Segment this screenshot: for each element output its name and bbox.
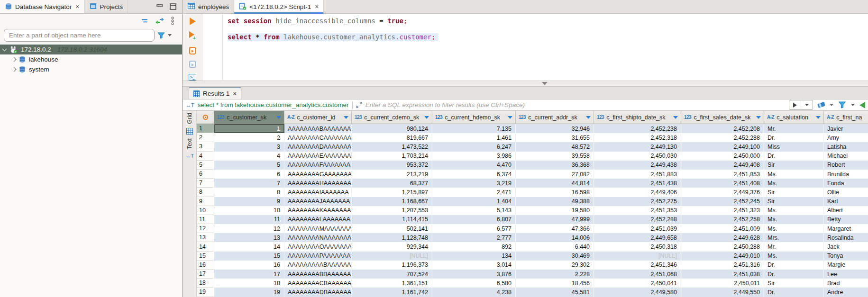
filter-dropdown-icon[interactable]: [168, 34, 172, 36]
grid-cell[interactable]: 49,388: [516, 197, 594, 206]
grid-cell[interactable]: Ms.: [764, 206, 824, 215]
row-number[interactable]: 18: [197, 279, 214, 288]
grid-cell[interactable]: 2,451,038: [681, 270, 764, 279]
grid-cell[interactable]: 2,452,318: [594, 133, 681, 142]
grid-cell[interactable]: 4,238: [432, 288, 516, 297]
grid-cell[interactable]: Karl: [824, 197, 868, 206]
column-header-c_current_addr_sk[interactable]: 123c_current_addr_sk: [516, 111, 594, 124]
grid-cell[interactable]: 2,451,438: [594, 179, 681, 188]
grid-cell[interactable]: AAAAAAAAEAAAAAAA: [284, 152, 352, 161]
grid-cell[interactable]: 1,703,214: [352, 152, 432, 161]
grid-cell[interactable]: 2,451,853: [681, 170, 764, 179]
grid-cell[interactable]: 1,168,667: [352, 197, 432, 206]
row-number[interactable]: 7: [197, 179, 214, 188]
grid-cell[interactable]: Michael: [824, 152, 868, 161]
apply-filter-button[interactable]: [789, 100, 801, 109]
column-header-c_current_hdemo_sk[interactable]: 123c_current_hdemo_sk: [432, 111, 516, 124]
grid-cell[interactable]: Ms.: [764, 170, 824, 179]
grid-cell[interactable]: 31,655: [516, 133, 594, 142]
grid-cell[interactable]: 819,667: [352, 133, 432, 142]
grid-cell[interactable]: 1,215,897: [352, 188, 432, 197]
grid-cell[interactable]: 17: [214, 270, 284, 279]
grid-cell[interactable]: AAAAAAAAKAAAAAAA: [284, 206, 352, 215]
grid-cell[interactable]: AAAAAAAALAAAAAAA: [284, 215, 352, 224]
sql-console-icon[interactable]: >_: [189, 74, 196, 81]
grid-cell[interactable]: 2,450,030: [594, 152, 681, 161]
column-menu-icon[interactable]: [673, 116, 678, 119]
collapse-all-icon[interactable]: [141, 18, 149, 23]
close-icon[interactable]: ×: [233, 90, 237, 97]
grid-cell[interactable]: 2,451,883: [594, 170, 681, 179]
column-menu-icon[interactable]: [508, 116, 512, 119]
grid-cell[interactable]: 2,450,318: [594, 242, 681, 251]
grid-cell[interactable]: 2,452,245: [681, 197, 764, 206]
grid-cell[interactable]: 14: [214, 242, 284, 251]
row-number[interactable]: 1: [197, 124, 214, 133]
grid-cell[interactable]: 2,449,010: [681, 252, 764, 261]
tab-text[interactable]: Text: [186, 138, 193, 149]
grid-cell[interactable]: 47,366: [516, 224, 594, 233]
grid-cell[interactable]: 7: [214, 179, 284, 188]
grid-corner-cell[interactable]: [197, 111, 214, 124]
grid-cell[interactable]: 15: [214, 252, 284, 261]
grid-presentation-icon[interactable]: [186, 128, 193, 135]
grid-cell[interactable]: Brunilda: [824, 170, 868, 179]
sql-line[interactable]: select * from lakehouse.customer_analyti…: [228, 33, 868, 41]
grid-cell[interactable]: 2,449,580: [594, 288, 681, 297]
grid-cell[interactable]: Margie: [824, 261, 868, 270]
grid-cell[interactable]: 213,219: [352, 170, 432, 179]
grid-cell[interactable]: 2,452,288: [681, 133, 764, 142]
grid-cell[interactable]: AAAAAAAADAAAAAAA: [284, 142, 352, 151]
grid-cell[interactable]: 19: [214, 288, 284, 297]
grid-cell[interactable]: 2,452,275: [594, 197, 681, 206]
grid-cell[interactable]: 2,451,316: [681, 261, 764, 270]
grid-cell[interactable]: 2: [214, 133, 284, 142]
grid-cell[interactable]: 45,581: [516, 288, 594, 297]
grid-cell[interactable]: Dr.: [764, 152, 824, 161]
grid-cell[interactable]: AAAAAAAADBAAAAAA: [284, 288, 352, 297]
grid-cell[interactable]: Robert: [824, 161, 868, 170]
column-header-c_customer_id[interactable]: A-Zc_customer_id: [284, 111, 352, 124]
grid-cell[interactable]: 5,143: [432, 206, 516, 215]
close-icon[interactable]: ×: [315, 3, 319, 10]
grid-cell[interactable]: 2,451,068: [594, 270, 681, 279]
grid-cell[interactable]: 32,946: [516, 124, 594, 133]
grid-cell[interactable]: 2,449,130: [594, 142, 681, 151]
link-with-editor-icon[interactable]: [155, 18, 164, 24]
column-header-c_customer_sk[interactable]: 123c_customer_sk: [214, 111, 284, 124]
grid-cell[interactable]: 6: [214, 170, 284, 179]
column-header-c_first_shipto_date_sk[interactable]: 123c_first_shipto_date_sk: [594, 111, 681, 124]
grid-cell[interactable]: 3,986: [432, 152, 516, 161]
grid-cell[interactable]: 1,461: [432, 133, 516, 142]
tab-employees[interactable]: employees: [183, 0, 234, 13]
grid-cell[interactable]: 5: [214, 161, 284, 170]
grid-cell[interactable]: 11: [214, 215, 284, 224]
tab-projects[interactable]: Projects: [85, 0, 128, 13]
grid-cell[interactable]: 12: [214, 224, 284, 233]
grid-cell[interactable]: 2,450,041: [594, 279, 681, 288]
grid-cell[interactable]: 8: [214, 188, 284, 197]
grid-cell[interactable]: 1,361,151: [352, 279, 432, 288]
grid-cell[interactable]: [NULL]: [594, 252, 681, 261]
text-presentation-icon[interactable]: ↔T: [185, 153, 194, 159]
tree-item-connection[interactable]: 172.18.0.2 172.18.0.2:31604: [0, 45, 182, 54]
column-menu-icon[interactable]: [424, 116, 429, 119]
row-number[interactable]: 17: [197, 270, 214, 279]
grid-cell[interactable]: 2,451,346: [594, 261, 681, 270]
grid-cell[interactable]: Dr.: [764, 133, 824, 142]
grid-cell[interactable]: Sir: [764, 279, 824, 288]
grid-cell[interactable]: 2,449,100: [681, 142, 764, 151]
grid-cell[interactable]: 3,219: [432, 179, 516, 188]
grid-cell[interactable]: 68,377: [352, 179, 432, 188]
grid-cell[interactable]: Sir: [764, 197, 824, 206]
grid-cell[interactable]: 980,124: [352, 124, 432, 133]
sql-code-area[interactable]: set session hide_inaccessible_columns = …: [223, 14, 868, 81]
grid-cell[interactable]: 2,450,011: [681, 279, 764, 288]
chevron-right-icon[interactable]: [12, 57, 17, 62]
grid-cell[interactable]: 2,449,406: [594, 188, 681, 197]
grid-cell[interactable]: 2,228: [516, 270, 594, 279]
grid-cell[interactable]: 2,452,288: [594, 215, 681, 224]
sash-handle[interactable]: [531, 82, 548, 85]
grid-cell[interactable]: 2,452,238: [594, 124, 681, 133]
grid-cell[interactable]: 13: [214, 233, 284, 242]
